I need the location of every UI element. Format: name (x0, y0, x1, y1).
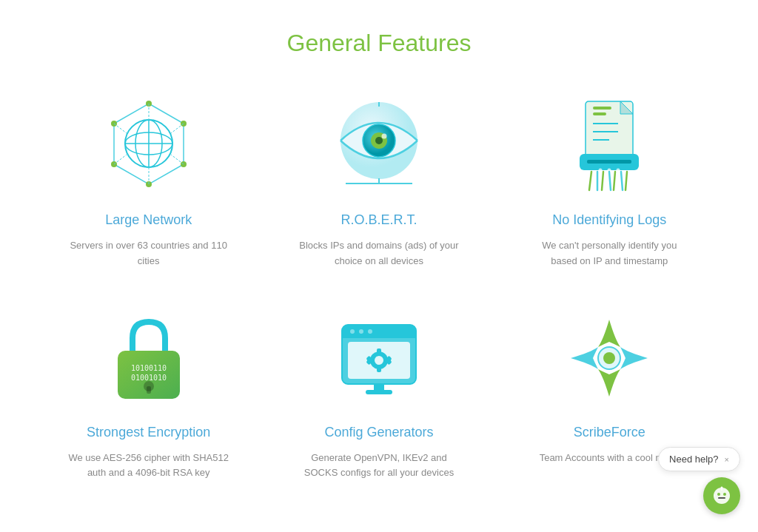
svg-point-73 (717, 493, 720, 496)
svg-point-71 (603, 352, 615, 364)
svg-text:01001010: 01001010 (131, 374, 167, 382)
feature-title-scribeforce: ScribeForce (574, 425, 645, 440)
svg-rect-61 (377, 366, 381, 372)
svg-point-37 (617, 169, 620, 172)
globe-network-icon (97, 94, 201, 198)
svg-rect-60 (377, 349, 381, 354)
svg-point-56 (368, 329, 372, 334)
svg-line-44 (625, 172, 627, 190)
svg-point-22 (381, 134, 386, 139)
feature-desc-no-logs: We can't personally identify you based o… (528, 238, 691, 269)
settings-screen-icon (327, 306, 431, 410)
feature-card-config: Config Generators Generate OpenVPN, IKEv… (275, 306, 483, 482)
lock-icon: 10100110 01001010 (97, 306, 201, 410)
robot-icon (712, 486, 731, 505)
features-grid: Large Network Servers in over 63 countri… (44, 94, 714, 481)
svg-point-54 (350, 329, 355, 334)
svg-point-35 (599, 169, 603, 172)
svg-point-59 (375, 356, 383, 365)
feature-card-encryption: 10100110 01001010 Strongest Encryption W… (44, 306, 252, 482)
feature-desc-encryption: We use AES-256 cipher with SHA512 auth a… (67, 451, 230, 482)
svg-rect-53 (342, 334, 416, 338)
chat-bubble-text: Need help? (669, 454, 719, 465)
feature-title-encryption: Strongest Encryption (87, 425, 210, 440)
feature-card-robert: R.O.B.E.R.T. Blocks IPs and domains (ads… (275, 94, 483, 269)
chat-open-button[interactable] (703, 477, 740, 514)
svg-line-38 (589, 172, 591, 190)
svg-rect-69 (366, 390, 392, 394)
eye-orb-icon (327, 94, 431, 198)
feature-card-no-logs: No Identifying Logs We can't personally … (506, 94, 714, 269)
svg-point-55 (359, 329, 363, 334)
feature-title-large-network: Large Network (105, 212, 192, 228)
feature-desc-config: Generate OpenVPN, IKEv2 and SOCKS config… (298, 451, 460, 482)
svg-point-21 (375, 137, 383, 144)
chat-close-button[interactable]: × (725, 455, 729, 464)
feature-desc-robert: Blocks IPs and domains (ads) of your cho… (298, 238, 460, 269)
svg-rect-34 (587, 160, 631, 164)
svg-line-42 (614, 172, 615, 190)
svg-rect-32 (593, 112, 606, 115)
feature-title-config: Config Generators (324, 425, 433, 440)
svg-line-40 (602, 172, 603, 190)
feature-card-large-network: Large Network Servers in over 63 countri… (44, 94, 252, 269)
svg-line-41 (609, 172, 611, 190)
compass-star-icon (557, 306, 661, 410)
chat-widget: Need help? × (658, 447, 740, 514)
svg-rect-75 (718, 497, 725, 499)
chat-bubble: Need help? × (658, 447, 740, 471)
shredder-icon (557, 94, 661, 198)
svg-text:10100110: 10100110 (131, 364, 167, 372)
feature-title-no-logs: No Identifying Logs (552, 212, 666, 228)
feature-title-robert: R.O.B.E.R.T. (341, 212, 417, 228)
svg-point-74 (723, 493, 726, 496)
svg-rect-68 (374, 384, 384, 390)
page-title: General Features (44, 30, 714, 57)
svg-line-43 (621, 172, 623, 190)
svg-rect-31 (593, 107, 611, 110)
svg-point-77 (721, 487, 723, 489)
svg-rect-49 (147, 386, 151, 394)
page-wrapper: General Features (0, 0, 758, 525)
feature-desc-large-network: Servers in over 63 countries and 110 cit… (67, 238, 230, 269)
